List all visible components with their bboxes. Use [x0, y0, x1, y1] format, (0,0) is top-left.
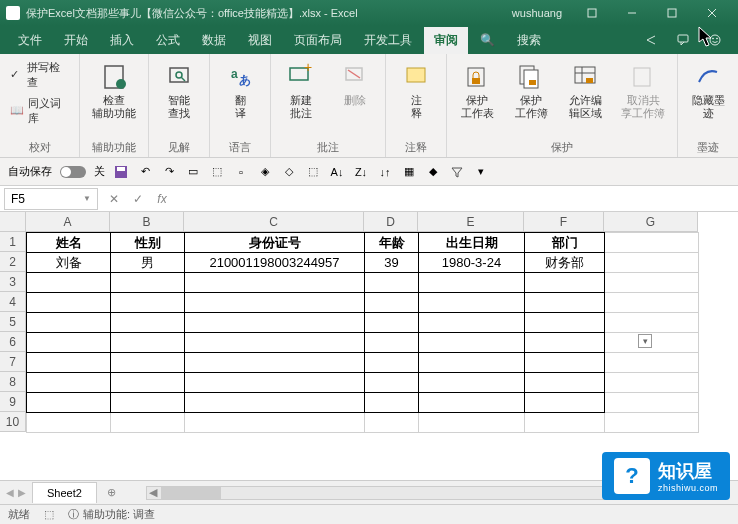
status-bar: 就绪 ⬚ ⓘ辅助功能: 调查 — [0, 504, 738, 524]
svg-rect-29 — [586, 78, 593, 83]
group-protect: 保护 工作表 保护 工作簿 允许编 辑区域 取消共 享工作簿 保护 — [447, 54, 678, 157]
col-header-G[interactable]: G — [604, 212, 698, 232]
col-header-F[interactable]: F — [524, 212, 604, 232]
hide-ink-button[interactable]: 隐藏墨 迹 — [684, 58, 732, 124]
tab-file[interactable]: 文件 — [8, 27, 52, 54]
add-sheet-button[interactable]: ⊕ — [97, 482, 126, 503]
check-accessibility-button[interactable]: 检查 辅助功能 — [86, 58, 142, 124]
comments-button[interactable] — [668, 28, 698, 52]
row-header-6[interactable]: 6 — [0, 332, 26, 352]
translate-button[interactable]: aあ翻 译 — [216, 58, 264, 124]
save-icon[interactable] — [6, 6, 20, 20]
svg-rect-25 — [529, 80, 536, 85]
svg-rect-2 — [668, 9, 676, 17]
data-table[interactable]: 姓名 性别 身份证号 年龄 出生日期 部门 刘备 男 2100011980032… — [26, 232, 699, 433]
tab-search[interactable]: 搜索 — [507, 27, 551, 54]
formula-input[interactable] — [174, 188, 738, 210]
thesaurus-button[interactable]: 📖同义词库 — [6, 94, 73, 128]
quick-access-toolbar: 自动保存 关 ↶ ↷ ▭ ⬚ ▫ ◈ ◇ ⬚ A↓ Z↓ ↓↑ ▦ ◆ ▾ — [0, 158, 738, 186]
row-header-9[interactable]: 9 — [0, 392, 26, 412]
save-qat-icon[interactable] — [113, 164, 129, 180]
cancel-fx-button[interactable]: ✕ — [102, 188, 126, 210]
qat-tool-3[interactable]: ▫ — [233, 164, 249, 180]
group-accessibility: 检查 辅助功能 辅助功能 — [80, 54, 149, 157]
qat-tool-1[interactable]: ▭ — [185, 164, 201, 180]
titlebar: 保护Excel文档那些事儿【微信公众号：office技能精选】.xlsx - E… — [0, 0, 738, 26]
user-name[interactable]: wushuang — [512, 7, 562, 19]
group-comments: +新建 批注 删除 批注 — [271, 54, 386, 157]
eraser-icon[interactable]: ◆ — [425, 164, 441, 180]
svg-text:a: a — [231, 67, 238, 81]
qat-tool-6[interactable]: ⬚ — [305, 164, 321, 180]
tab-review[interactable]: 审阅 — [424, 27, 468, 54]
tab-search-icon[interactable]: 🔍 — [470, 28, 505, 52]
minimize-button[interactable] — [612, 0, 652, 26]
spell-check-button[interactable]: ✓拼写检查 — [6, 58, 73, 92]
row-header-7[interactable]: 7 — [0, 352, 26, 372]
borders-icon[interactable]: ▦ — [401, 164, 417, 180]
sheet-tab[interactable]: Sheet2 — [32, 482, 97, 503]
row-header-10[interactable]: 10 — [0, 412, 26, 432]
col-header-C[interactable]: C — [184, 212, 364, 232]
row-header-8[interactable]: 8 — [0, 372, 26, 392]
sort-asc-icon[interactable]: A↓ — [329, 164, 345, 180]
delete-comment-button[interactable]: 删除 — [331, 58, 379, 111]
svg-line-13 — [181, 77, 185, 81]
svg-rect-0 — [588, 9, 596, 17]
accept-fx-button[interactable]: ✓ — [126, 188, 150, 210]
tab-dev[interactable]: 开发工具 — [354, 27, 422, 54]
status-accessibility[interactable]: ⓘ辅助功能: 调查 — [68, 507, 155, 522]
autosave-toggle[interactable] — [60, 166, 86, 178]
notes-button[interactable]: 注 释 — [392, 58, 440, 124]
spreadsheet-grid[interactable]: A B C D E F G 12345678910 姓名 性别 身份证号 年龄 … — [0, 212, 738, 472]
filter-icon[interactable] — [449, 164, 465, 180]
unshare-workbook-button[interactable]: 取消共 享工作簿 — [615, 58, 671, 124]
tab-home[interactable]: 开始 — [54, 27, 98, 54]
name-box[interactable]: F5▼ — [4, 188, 98, 210]
qat-more-icon[interactable]: ▾ — [473, 164, 489, 180]
row-header-2[interactable]: 2 — [0, 252, 26, 272]
qat-tool-4[interactable]: ◈ — [257, 164, 273, 180]
allow-edit-ranges-button[interactable]: 允许编 辑区域 — [561, 58, 609, 124]
svg-rect-22 — [472, 78, 480, 84]
sheet-nav[interactable]: ◀▶ — [0, 487, 32, 498]
svg-rect-20 — [407, 68, 425, 82]
col-header-D[interactable]: D — [364, 212, 418, 232]
fx-button[interactable]: fx — [150, 188, 174, 210]
svg-point-10 — [116, 79, 126, 89]
status-scroll-icon: ⬚ — [44, 508, 54, 521]
tab-formulas[interactable]: 公式 — [146, 27, 190, 54]
ribbon: ✓拼写检查 📖同义词库 校对 检查 辅助功能 辅助功能 智能 查找 见解 aあ翻… — [0, 54, 738, 158]
close-button[interactable] — [692, 0, 732, 26]
row-header-5[interactable]: 5 — [0, 312, 26, 332]
undo-icon[interactable]: ↶ — [137, 164, 153, 180]
cursor-icon — [698, 26, 714, 48]
protect-sheet-button[interactable]: 保护 工作表 — [453, 58, 501, 124]
sort-custom-icon[interactable]: ↓↑ — [377, 164, 393, 180]
sort-desc-icon[interactable]: Z↓ — [353, 164, 369, 180]
redo-icon[interactable]: ↷ — [161, 164, 177, 180]
row-header-1[interactable]: 1 — [0, 232, 26, 252]
share-button[interactable] — [636, 28, 666, 52]
paste-options-button[interactable]: ▾ — [638, 334, 652, 348]
tab-data[interactable]: 数据 — [192, 27, 236, 54]
tab-view[interactable]: 视图 — [238, 27, 282, 54]
col-header-B[interactable]: B — [110, 212, 184, 232]
col-header-E[interactable]: E — [418, 212, 524, 232]
select-all-corner[interactable] — [0, 212, 26, 232]
maximize-button[interactable] — [652, 0, 692, 26]
row-header-4[interactable]: 4 — [0, 292, 26, 312]
group-language: aあ翻 译 语言 — [210, 54, 271, 157]
qat-tool-5[interactable]: ◇ — [281, 164, 297, 180]
protect-workbook-button[interactable]: 保护 工作簿 — [507, 58, 555, 124]
qat-tool-2[interactable]: ⬚ — [209, 164, 225, 180]
new-comment-button[interactable]: +新建 批注 — [277, 58, 325, 124]
svg-line-19 — [348, 70, 360, 78]
col-header-A[interactable]: A — [26, 212, 110, 232]
row-header-3[interactable]: 3 — [0, 272, 26, 292]
tab-insert[interactable]: 插入 — [100, 27, 144, 54]
tab-layout[interactable]: 页面布局 — [284, 27, 352, 54]
ribbon-display-button[interactable] — [572, 0, 612, 26]
cell-B2: 男 — [111, 253, 185, 273]
smart-lookup-button[interactable]: 智能 查找 — [155, 58, 203, 124]
